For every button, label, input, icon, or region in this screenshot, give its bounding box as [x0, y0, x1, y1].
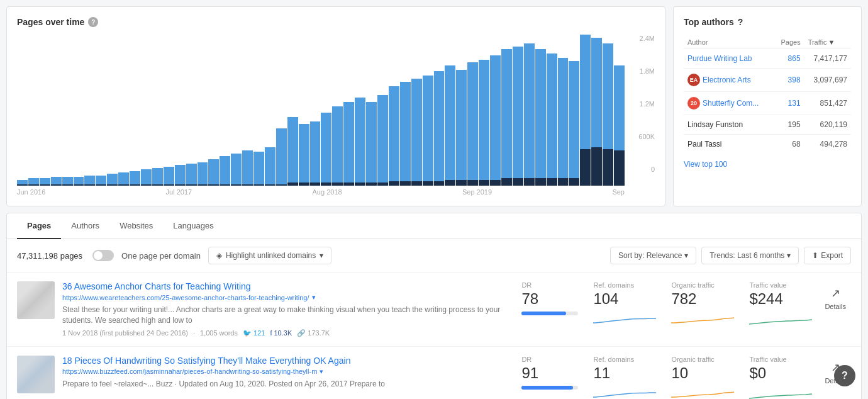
chart-bar-group [51, 35, 62, 186]
chart-bar-group [152, 35, 163, 186]
one-page-toggle[interactable] [92, 250, 114, 261]
page-description: Prepare to feel ~relaxed~... Buzz · Upda… [62, 379, 514, 390]
trends-btn[interactable]: Trends: Last 6 months ▾ [701, 247, 799, 264]
view-top-100-link[interactable]: View top 100 [684, 160, 727, 169]
chart-section: Pages over time ? 2.4M 1.8M 1.2M 600K 0 … [6, 6, 665, 206]
chart-bar-group [355, 35, 365, 186]
table-row: EAElectronic Arts3983,097,697 [684, 69, 851, 92]
sort-caret: ▾ [684, 251, 688, 260]
chart-bar-group [242, 35, 253, 186]
page-thumbnail [17, 281, 55, 319]
chart-bar-group [456, 35, 467, 186]
sort-label: Sort by: Relevance [618, 251, 682, 260]
table-row: Lindsay Funston195620,119 [684, 115, 851, 135]
chart-info-icon[interactable]: ? [88, 17, 98, 27]
traffic-value-metric: Traffic value$244 [749, 281, 812, 329]
highlight-caret: ▾ [320, 251, 323, 260]
chart-bar-group [580, 35, 591, 186]
chart-bar-group [524, 35, 535, 186]
author-name: Paul Tassi [687, 140, 721, 149]
chart-bar-group [614, 35, 625, 186]
export-label: Export [821, 251, 843, 260]
export-btn[interactable]: ⬆ Export [804, 247, 851, 264]
page-rows-container: 36 Awesome Anchor Charts for Teaching Wr… [7, 273, 861, 399]
page-url: https://www.buzzfeed.com/jasminnahar/pie… [62, 368, 514, 376]
one-page-label: One page per domain [121, 251, 201, 261]
chart-bars [17, 35, 625, 186]
chart-bar-group [84, 35, 95, 186]
page-url: https://www.weareteachers.com/25-awesome… [62, 293, 514, 301]
chart-bar-group [231, 35, 242, 186]
dr-metric: DR78 [521, 281, 578, 315]
tab-languages[interactable]: Languages [163, 213, 223, 239]
top-authors-section: Top authors ? Author Pages Traffic ▼ Pur… [673, 6, 862, 206]
trending-icon: ↗ [831, 286, 840, 300]
traffic-sort-icon[interactable]: ▼ [828, 38, 835, 46]
author-pages: 398 [774, 69, 804, 92]
chart-bar-group [141, 35, 152, 186]
chart-bar-group [332, 35, 343, 186]
dr-bar [521, 312, 565, 315]
chart-bar-group [40, 35, 50, 186]
author-pages: 131 [774, 92, 804, 115]
chart-title-text: Pages over time [17, 17, 84, 27]
authors-title: Top authors ? [684, 17, 851, 27]
chart-bar-group [287, 35, 298, 186]
organic-traffic-metric: Organic traffic10 [671, 356, 734, 399]
help-button[interactable]: ? [834, 365, 855, 386]
chart-bar-group [569, 35, 579, 186]
chart-bar-group [423, 35, 433, 186]
chart-bar-group [118, 35, 129, 186]
pages-count: 47,311,198 pages [17, 251, 82, 261]
chart-bar-group [558, 35, 569, 186]
author-avatar: EA [687, 74, 700, 86]
chart-bar-group [164, 35, 174, 186]
author-link[interactable]: Electronic Arts [703, 76, 751, 84]
details-button[interactable]: ↗Details [820, 281, 851, 315]
chart-bar-group [253, 35, 264, 186]
bottom-section: Pages Authors Websites Languages 47,311,… [6, 213, 862, 399]
chart-bar-group [479, 35, 489, 186]
page-title-link[interactable]: 36 Awesome Anchor Charts for Teaching Wr… [62, 281, 514, 291]
chart-bar-group [186, 35, 197, 186]
tabs-row: Pages Authors Websites Languages [7, 213, 861, 239]
chart-bar-group [591, 35, 602, 186]
chart-bar-group [265, 35, 275, 186]
chart-bar-group [547, 35, 557, 186]
tab-websites[interactable]: Websites [109, 213, 163, 239]
controls-right: Sort by: Relevance ▾ Trends: Last 6 mont… [610, 247, 851, 264]
chart-bar-group [400, 35, 411, 186]
chart-bar-group [198, 35, 208, 186]
tab-authors[interactable]: Authors [61, 213, 109, 239]
author-link[interactable]: Shutterfly Com... [703, 99, 759, 108]
page-info: 18 Pieces Of Handwriting So Satisfying T… [62, 356, 514, 393]
chart-bar-group [445, 35, 455, 186]
chart-bar-group [310, 35, 321, 186]
authors-info-icon[interactable]: ? [738, 17, 743, 27]
author-traffic: 620,119 [804, 115, 851, 135]
highlight-unlinked-btn[interactable]: ◈ Highlight unlinked domains ▾ [208, 247, 331, 264]
authors-title-text: Top authors [684, 17, 734, 27]
url-dropdown-icon[interactable]: ▾ [320, 368, 323, 376]
url-dropdown-icon[interactable]: ▾ [312, 293, 316, 301]
chart-bar-group [389, 35, 399, 186]
tab-pages[interactable]: Pages [17, 213, 61, 239]
chart-bar-group [434, 35, 445, 186]
chart-bar-group [535, 35, 546, 186]
dr-bar [521, 386, 573, 390]
highlight-icon: ◈ [216, 251, 222, 260]
author-link[interactable]: Purdue Writing Lab [687, 54, 752, 63]
author-pages: 68 [774, 135, 804, 154]
chart-bar-group [321, 35, 331, 186]
page-title-link[interactable]: 18 Pieces Of Handwriting So Satisfying T… [62, 356, 514, 366]
author-name-cell: EAElectronic Arts [684, 69, 774, 92]
author-name-cell: 20Shutterfly Com... [684, 92, 774, 115]
page-thumbnail [17, 356, 55, 393]
trends-label: Trends: Last 6 months [709, 251, 784, 260]
chart-bar-group [175, 35, 186, 186]
author-name-cell: Lindsay Funston [684, 115, 774, 135]
sort-by-btn[interactable]: Sort by: Relevance ▾ [610, 247, 696, 264]
dr-metric: DR91 [521, 356, 578, 390]
export-icon: ⬆ [812, 251, 818, 260]
authors-table: Author Pages Traffic ▼ Purdue Writing La… [684, 36, 851, 154]
